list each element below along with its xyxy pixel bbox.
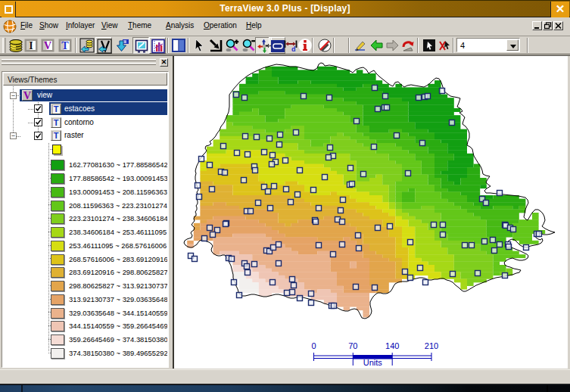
svg-text:210: 210 <box>425 341 438 350</box>
svg-text:0: 0 <box>311 341 316 350</box>
svg-text:d: d <box>291 45 296 53</box>
svg-text:Units: Units <box>363 358 383 367</box>
svg-text:T: T <box>61 40 69 51</box>
svg-text:140: 140 <box>385 341 399 350</box>
svg-text:I: I <box>29 40 33 51</box>
svg-text:70: 70 <box>348 341 357 350</box>
svg-text:V: V <box>44 40 51 51</box>
